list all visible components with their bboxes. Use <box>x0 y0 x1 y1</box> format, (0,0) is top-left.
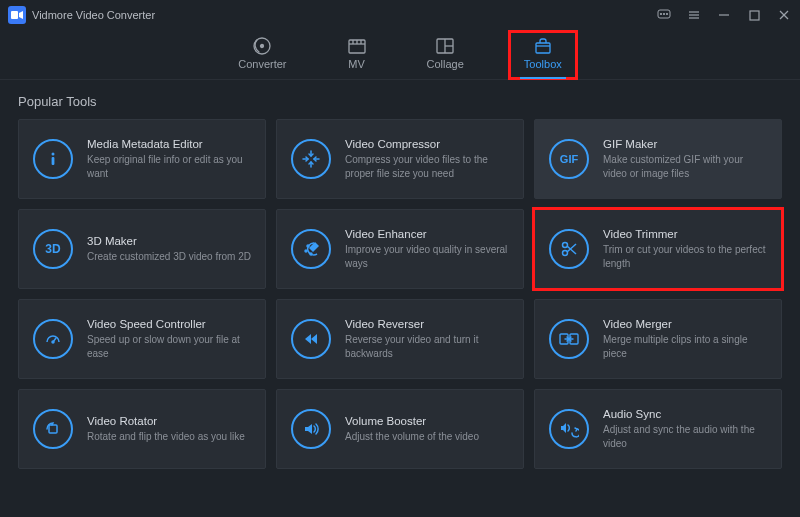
card-desc: Create customized 3D video from 2D <box>87 250 251 264</box>
tool-video-compressor[interactable]: Video Compressor Compress your video fil… <box>276 119 524 199</box>
card-desc: Merge multiple clips into a single piece <box>603 333 767 360</box>
tool-video-speed-controller[interactable]: Video Speed Controller Speed up or slow … <box>18 299 266 379</box>
card-title: Video Compressor <box>345 138 509 150</box>
card-text: Video Compressor Compress your video fil… <box>345 138 509 180</box>
tool-3d-maker[interactable]: 3D 3D Maker Create customized 3D video f… <box>18 209 266 289</box>
section-title: Popular Tools <box>18 94 782 109</box>
card-text: Video Rotator Rotate and flip the video … <box>87 415 251 444</box>
content: Popular Tools Media Metadata Editor Keep… <box>0 80 800 479</box>
tool-gif-maker[interactable]: GIF GIF Maker Make customized GIF with y… <box>534 119 782 199</box>
card-text: Volume Booster Adjust the volume of the … <box>345 415 509 444</box>
card-text: Video Trimmer Trim or cut your videos to… <box>603 228 767 270</box>
svg-point-27 <box>305 250 307 252</box>
card-text: Video Merger Merge multiple clips into a… <box>603 318 767 360</box>
card-desc: Rotate and flip the video as you like <box>87 430 251 444</box>
svg-point-2 <box>660 13 661 14</box>
speed-icon <box>33 319 73 359</box>
tools-grid: Media Metadata Editor Keep original file… <box>18 119 782 469</box>
card-desc: Adjust and sync the audio with the video <box>603 423 767 450</box>
tab-label: MV <box>348 58 365 70</box>
svg-rect-22 <box>536 43 550 53</box>
3d-icon: 3D <box>33 229 73 269</box>
titlebar-left: Vidmore Video Converter <box>8 6 155 24</box>
card-text: GIF Maker Make customized GIF with your … <box>603 138 767 180</box>
tool-video-rotator[interactable]: Video Rotator Rotate and flip the video … <box>18 389 266 469</box>
svg-rect-0 <box>11 11 18 19</box>
mv-icon <box>347 36 367 56</box>
titlebar-right <box>656 7 792 23</box>
card-text: Audio Sync Adjust and sync the audio wit… <box>603 408 767 450</box>
svg-point-34 <box>52 341 54 343</box>
merge-icon <box>549 319 589 359</box>
card-text: 3D Maker Create customized 3D video from… <box>87 235 251 264</box>
tab-toolbox[interactable]: Toolbox <box>524 36 562 74</box>
tool-volume-booster[interactable]: Volume Booster Adjust the volume of the … <box>276 389 524 469</box>
card-text: Video Reverser Reverse your video and tu… <box>345 318 509 360</box>
card-title: Media Metadata Editor <box>87 138 251 150</box>
tool-video-enhancer[interactable]: Video Enhancer Improve your video qualit… <box>276 209 524 289</box>
tab-label: Toolbox <box>524 58 562 70</box>
volume-icon <box>291 409 331 449</box>
svg-point-13 <box>261 44 264 47</box>
tool-video-reverser[interactable]: Video Reverser Reverse your video and tu… <box>276 299 524 379</box>
titlebar: Vidmore Video Converter <box>0 0 800 30</box>
card-desc: Keep original file info or edit as you w… <box>87 153 251 180</box>
svg-rect-9 <box>750 11 759 20</box>
app-logo-icon <box>8 6 26 24</box>
tool-audio-sync[interactable]: Audio Sync Adjust and sync the audio wit… <box>534 389 782 469</box>
tab-collage[interactable]: Collage <box>427 36 464 74</box>
tab-label: Collage <box>427 58 464 70</box>
trim-icon <box>549 229 589 269</box>
tool-video-trimmer[interactable]: Video Trimmer Trim or cut your videos to… <box>534 209 782 289</box>
maximize-button[interactable] <box>746 7 762 23</box>
minimize-button[interactable] <box>716 7 732 23</box>
svg-rect-25 <box>52 157 55 165</box>
card-title: Video Rotator <box>87 415 251 427</box>
svg-point-3 <box>663 13 664 14</box>
card-desc: Improve your video quality in several wa… <box>345 243 509 270</box>
feedback-icon[interactable] <box>656 7 672 23</box>
tool-media-metadata-editor[interactable]: Media Metadata Editor Keep original file… <box>18 119 266 199</box>
toolbox-icon <box>533 36 553 56</box>
enhance-icon <box>291 229 331 269</box>
card-text: Media Metadata Editor Keep original file… <box>87 138 251 180</box>
tool-video-merger[interactable]: Video Merger Merge multiple clips into a… <box>534 299 782 379</box>
card-title: Audio Sync <box>603 408 767 420</box>
card-desc: Trim or cut your videos to the perfect l… <box>603 243 767 270</box>
converter-icon <box>252 36 272 56</box>
card-desc: Make customized GIF with your video or i… <box>603 153 767 180</box>
reverse-icon <box>291 319 331 359</box>
card-desc: Speed up or slow down your file at ease <box>87 333 251 360</box>
card-text: Video Enhancer Improve your video qualit… <box>345 228 509 270</box>
main-tabs: Converter MV Collage Toolbox <box>0 30 800 80</box>
gif-icon: GIF <box>549 139 589 179</box>
card-title: Video Reverser <box>345 318 509 330</box>
card-desc: Adjust the volume of the video <box>345 430 509 444</box>
card-title: Video Trimmer <box>603 228 767 240</box>
tab-label: Converter <box>238 58 286 70</box>
info-icon <box>33 139 73 179</box>
card-title: Video Merger <box>603 318 767 330</box>
svg-point-28 <box>310 253 312 255</box>
card-text: Video Speed Controller Speed up or slow … <box>87 318 251 360</box>
svg-rect-37 <box>49 425 57 433</box>
app-title: Vidmore Video Converter <box>32 9 155 21</box>
card-desc: Compress your video files to the proper … <box>345 153 509 180</box>
menu-icon[interactable] <box>686 7 702 23</box>
tab-converter[interactable]: Converter <box>238 36 286 74</box>
sync-icon <box>549 409 589 449</box>
close-button[interactable] <box>776 7 792 23</box>
collage-icon <box>435 36 455 56</box>
card-title: Video Enhancer <box>345 228 509 240</box>
svg-point-24 <box>52 153 55 156</box>
card-title: 3D Maker <box>87 235 251 247</box>
card-title: Video Speed Controller <box>87 318 251 330</box>
rotate-icon <box>33 409 73 449</box>
compress-icon <box>291 139 331 179</box>
svg-point-4 <box>666 13 667 14</box>
tab-mv[interactable]: MV <box>347 36 367 74</box>
svg-point-26 <box>307 245 309 247</box>
card-title: Volume Booster <box>345 415 509 427</box>
card-title: GIF Maker <box>603 138 767 150</box>
card-desc: Reverse your video and turn it backwards <box>345 333 509 360</box>
